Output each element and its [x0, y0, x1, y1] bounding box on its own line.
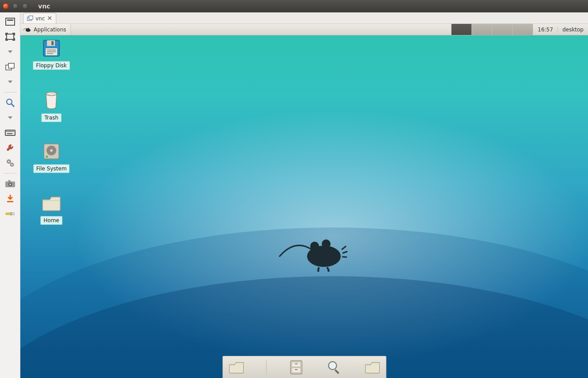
svg-rect-9 — [6, 131, 7, 132]
dock-archive-button[interactable] — [288, 359, 304, 376]
svg-rect-40 — [47, 53, 53, 54]
svg-rect-26 — [11, 212, 12, 216]
svg-rect-1 — [7, 19, 13, 21]
svg-point-44 — [50, 149, 53, 152]
folder-icon — [364, 361, 380, 374]
desktop-icon-home[interactable]: Home — [28, 193, 74, 225]
client-area: vnc ✕ Applica — [20, 12, 588, 378]
desktop-icon-label: Trash — [41, 113, 62, 122]
file-cabinet-icon — [289, 360, 303, 375]
applications-menu-button[interactable]: Applications — [20, 24, 71, 35]
svg-rect-14 — [13, 131, 14, 132]
svg-rect-25 — [5, 212, 11, 215]
svg-rect-13 — [12, 131, 12, 132]
folder-icon — [228, 361, 244, 374]
svg-line-49 — [342, 246, 346, 250]
dock-home-button[interactable] — [364, 359, 381, 376]
tool-fullscreen-icon[interactable] — [2, 30, 18, 43]
desktop-icon-trash[interactable]: Trash — [28, 90, 74, 122]
panel-user-button[interactable]: desktop — [557, 27, 588, 33]
svg-line-50 — [343, 251, 347, 253]
windows-overlap-icon — [27, 15, 33, 22]
remote-desktop[interactable]: Applications 16:57 desktop — [20, 24, 588, 378]
svg-rect-55 — [295, 363, 297, 364]
outer-body: vnc ✕ Applica — [0, 12, 588, 378]
workspace-1[interactable] — [451, 24, 471, 35]
svg-point-32 — [26, 28, 27, 29]
tool-zoom-icon[interactable] — [2, 96, 18, 109]
hard-drive-icon — [41, 141, 62, 162]
window-title: vnc — [38, 3, 50, 10]
svg-line-6 — [12, 104, 14, 107]
workspace-4[interactable] — [512, 24, 533, 35]
desktop-icon-label: File System — [33, 164, 70, 173]
svg-rect-53 — [292, 362, 300, 367]
dock-search-button[interactable] — [326, 359, 343, 376]
tool-dropdown-1[interactable] — [2, 45, 18, 58]
svg-rect-39 — [47, 51, 56, 52]
window-close-button[interactable] — [3, 3, 9, 9]
xfce-bottom-dock — [222, 356, 386, 378]
desktop-icon-floppy[interactable]: Floppy Disk — [28, 38, 74, 70]
workspace-2[interactable] — [471, 24, 492, 35]
svg-rect-30 — [29, 15, 33, 19]
svg-point-41 — [46, 92, 57, 96]
applications-label: Applications — [34, 27, 66, 33]
panel-clock[interactable]: 16:57 — [533, 27, 558, 33]
svg-rect-24 — [7, 201, 13, 202]
svg-rect-2 — [7, 34, 14, 39]
svg-rect-54 — [292, 368, 300, 373]
tool-download-icon[interactable] — [2, 192, 18, 205]
svg-rect-4 — [8, 63, 14, 68]
remmina-toolbar — [0, 12, 20, 378]
workspace-pager[interactable] — [451, 24, 533, 35]
tab-vnc[interactable]: vnc ✕ — [23, 13, 56, 23]
tab-close-icon[interactable]: ✕ — [47, 18, 52, 19]
svg-point-57 — [328, 362, 336, 370]
tab-strip: vnc ✕ — [20, 12, 588, 24]
folder-icon — [41, 193, 62, 213]
tool-camera-icon[interactable] — [2, 177, 18, 190]
dock-filemanager-button[interactable] — [228, 359, 245, 376]
toolbar-separator — [4, 173, 17, 174]
tool-switch-pages-icon[interactable] — [2, 60, 18, 73]
svg-rect-21 — [8, 180, 11, 182]
desktop-icon-label: Home — [40, 216, 62, 225]
toolbar-separator — [4, 92, 17, 93]
tool-gears-icon[interactable] — [2, 156, 18, 170]
tool-dropdown-3[interactable] — [2, 111, 18, 124]
tool-disconnect-icon[interactable] — [2, 207, 18, 220]
svg-rect-0 — [6, 18, 15, 25]
tool-fit-window-icon[interactable] — [2, 15, 18, 28]
svg-point-45 — [46, 156, 48, 158]
desktop-icon-label: Floppy Disk — [33, 61, 70, 70]
window-maximize-button[interactable] — [22, 3, 28, 9]
svg-point-5 — [7, 99, 12, 104]
workspace-3[interactable] — [492, 24, 512, 35]
tool-keyboard-icon[interactable] — [2, 126, 18, 139]
magnifier-icon — [327, 360, 342, 375]
svg-rect-12 — [10, 131, 11, 132]
trash-icon — [41, 90, 62, 111]
desktop-icon-filesystem[interactable]: File System — [28, 141, 74, 173]
xfce-top-panel: Applications 16:57 desktop — [20, 24, 588, 35]
svg-rect-10 — [8, 131, 8, 132]
xfce-mouse-icon — [22, 25, 32, 34]
svg-rect-15 — [7, 133, 12, 134]
svg-rect-56 — [295, 369, 297, 370]
svg-point-23 — [9, 184, 11, 185]
svg-point-47 — [310, 242, 319, 251]
svg-rect-11 — [9, 131, 10, 132]
window-minimize-button[interactable] — [12, 3, 19, 9]
titlebar: vnc — [0, 0, 588, 12]
svg-point-33 — [28, 27, 29, 29]
svg-rect-38 — [47, 50, 56, 50]
svg-line-51 — [342, 257, 347, 257]
floppy-disk-icon — [41, 38, 62, 58]
tool-wrench-icon[interactable] — [2, 141, 18, 154]
svg-point-48 — [322, 239, 331, 248]
tool-dropdown-2[interactable] — [2, 75, 18, 89]
outer-window: vnc — [0, 0, 588, 378]
svg-point-19 — [11, 164, 12, 166]
xfce-wallpaper-logo — [277, 232, 353, 272]
